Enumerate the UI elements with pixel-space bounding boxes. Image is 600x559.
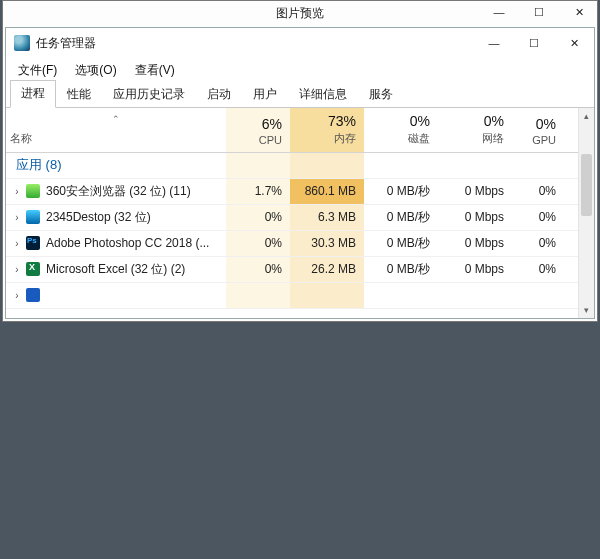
expand-icon[interactable]: ›: [12, 290, 22, 301]
header-gpu[interactable]: 0% GPU: [512, 108, 564, 152]
outer-titlebar: 图片预览 — ☐ ✕: [3, 1, 597, 25]
obscured-region: [0, 322, 600, 559]
maximize-button[interactable]: ☐: [520, 34, 548, 52]
gpu-cell: 0%: [512, 256, 564, 282]
process-name: ›360安全浏览器 (32 位) (11): [6, 178, 226, 204]
header-disk[interactable]: 0% 磁盘: [364, 108, 438, 152]
process-table-wrap: ⌃ 名称 6% CPU 73% 内存 0% 磁盘: [6, 108, 594, 318]
process-name: ›Microsoft Excel (32 位) (2): [6, 256, 226, 282]
app-icon: [26, 184, 40, 198]
outer-close-button[interactable]: ✕: [565, 3, 593, 21]
process-name: ›2345Destop (32 位): [6, 204, 226, 230]
expand-icon[interactable]: ›: [12, 212, 22, 223]
header-name[interactable]: ⌃ 名称: [6, 108, 226, 152]
app-icon: [26, 236, 40, 250]
group-apps[interactable]: 应用 (8): [6, 152, 594, 178]
network-cell: 0 Mbps: [438, 204, 512, 230]
scroll-thumb[interactable]: [581, 154, 592, 216]
tab-startup[interactable]: 启动: [196, 81, 242, 108]
table-row[interactable]: ›2345Destop (32 位)0%6.3 MB0 MB/秒0 Mbps0%: [6, 204, 594, 230]
network-cell: 0 Mbps: [438, 230, 512, 256]
menu-options[interactable]: 选项(O): [69, 60, 122, 81]
memory-cell: 6.3 MB: [290, 204, 364, 230]
close-button[interactable]: ✕: [560, 34, 588, 52]
network-cell: 0 Mbps: [438, 256, 512, 282]
tab-app-history[interactable]: 应用历史记录: [102, 81, 196, 108]
tab-users[interactable]: 用户: [242, 81, 288, 108]
gpu-cell: 0%: [512, 204, 564, 230]
vertical-scrollbar[interactable]: ▴ ▾: [578, 108, 594, 318]
network-cell: 0 Mbps: [438, 178, 512, 204]
scroll-down-icon[interactable]: ▾: [579, 302, 594, 318]
cpu-cell: 0%: [226, 230, 290, 256]
disk-cell: 0 MB/秒: [364, 230, 438, 256]
app-icon: [26, 288, 40, 302]
tab-performance[interactable]: 性能: [56, 81, 102, 108]
outer-maximize-button[interactable]: ☐: [525, 3, 553, 21]
memory-cell: 30.3 MB: [290, 230, 364, 256]
disk-cell: 0 MB/秒: [364, 256, 438, 282]
table-row[interactable]: ›Microsoft Excel (32 位) (2)0%26.2 MB0 MB…: [6, 256, 594, 282]
tab-services[interactable]: 服务: [358, 81, 404, 108]
table-row[interactable]: ›: [6, 282, 594, 308]
table-row[interactable]: ›360安全浏览器 (32 位) (11)1.7%860.1 MB0 MB/秒0…: [6, 178, 594, 204]
menu-view[interactable]: 查看(V): [129, 60, 181, 81]
cpu-cell: 0%: [226, 256, 290, 282]
tabbar: 进程 性能 应用历史记录 启动 用户 详细信息 服务: [6, 82, 594, 108]
menu-file[interactable]: 文件(F): [12, 60, 63, 81]
cpu-cell: 0%: [226, 204, 290, 230]
scroll-up-icon[interactable]: ▴: [579, 108, 594, 124]
inner-titlebar: 任务管理器 — ☐ ✕: [6, 28, 594, 58]
cpu-cell: 1.7%: [226, 178, 290, 204]
gpu-cell: 0%: [512, 178, 564, 204]
expand-icon[interactable]: ›: [12, 264, 22, 275]
outer-minimize-button[interactable]: —: [485, 3, 513, 21]
disk-cell: 0 MB/秒: [364, 204, 438, 230]
disk-cell: 0 MB/秒: [364, 178, 438, 204]
menubar: 文件(F) 选项(O) 查看(V): [6, 58, 594, 82]
app-icon: [26, 262, 40, 276]
header-memory[interactable]: 73% 内存: [290, 108, 364, 152]
inner-title: 任务管理器: [36, 35, 96, 52]
tab-processes[interactable]: 进程: [10, 80, 56, 108]
preview-window: 图片预览 — ☐ ✕ 任务管理器 — ☐ ✕ 文件(F) 选项(O) 查看(V)…: [2, 0, 598, 322]
expand-icon[interactable]: ›: [12, 238, 22, 249]
task-manager-icon: [14, 35, 30, 51]
memory-cell: 860.1 MB: [290, 178, 364, 204]
header-network[interactable]: 0% 网络: [438, 108, 512, 152]
process-name: ›Adobe Photoshop CC 2018 (...: [6, 230, 226, 256]
task-manager-window: 任务管理器 — ☐ ✕ 文件(F) 选项(O) 查看(V) 进程 性能 应用历史…: [5, 27, 595, 319]
outer-title: 图片预览: [276, 5, 324, 22]
process-name: ›: [6, 282, 226, 308]
sort-arrow-icon: ⌃: [112, 114, 120, 124]
expand-icon[interactable]: ›: [12, 186, 22, 197]
group-apps-label: 应用 (8): [6, 152, 226, 178]
app-icon: [26, 210, 40, 224]
process-table: ⌃ 名称 6% CPU 73% 内存 0% 磁盘: [6, 108, 594, 309]
minimize-button[interactable]: —: [480, 34, 508, 52]
table-row[interactable]: ›Adobe Photoshop CC 2018 (...0%30.3 MB0 …: [6, 230, 594, 256]
tab-details[interactable]: 详细信息: [288, 81, 358, 108]
header-cpu[interactable]: 6% CPU: [226, 108, 290, 152]
memory-cell: 26.2 MB: [290, 256, 364, 282]
gpu-cell: 0%: [512, 230, 564, 256]
